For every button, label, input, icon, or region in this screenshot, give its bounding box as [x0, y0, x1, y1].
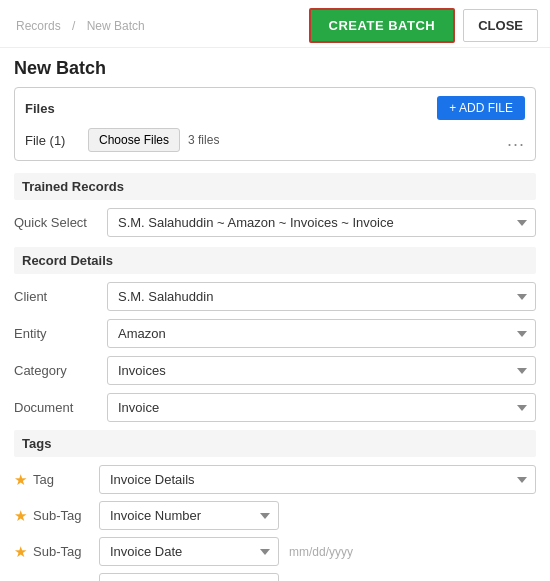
trained-records-section: Trained Records Quick Select S.M. Salahu… — [14, 173, 536, 237]
tag-label: Tag — [33, 472, 93, 487]
quick-select-row: Quick Select S.M. Salahuddin ~ Amazon ~ … — [14, 208, 536, 237]
document-row: Document Invoice — [14, 393, 536, 422]
top-actions: CREATE BATCH CLOSE — [309, 8, 538, 43]
client-label: Client — [14, 289, 99, 304]
date-placeholder: mm/dd/yyyy — [289, 545, 353, 559]
subtag-dropdown-1[interactable]: Invoice Date — [99, 537, 279, 566]
subtag-star-icon-0: ★ — [14, 507, 27, 525]
breadcrumb-part1: Records — [16, 19, 61, 33]
breadcrumb-separator: / — [72, 19, 79, 33]
entity-dropdown[interactable]: Amazon — [107, 319, 536, 348]
file-count: 3 files — [188, 133, 219, 147]
category-dropdown[interactable]: Invoices — [107, 356, 536, 385]
files-section-label: Files — [25, 101, 55, 116]
entity-row: Entity Amazon — [14, 319, 536, 348]
entity-label: Entity — [14, 326, 99, 341]
quick-select-dropdown[interactable]: S.M. Salahuddin ~ Amazon ~ Invoices ~ In… — [107, 208, 536, 237]
document-dropdown[interactable]: Invoice — [107, 393, 536, 422]
category-label: Category — [14, 363, 99, 378]
main-content: Files + ADD FILE File (1) Choose Files 3… — [0, 87, 550, 581]
dots-menu[interactable]: ... — [507, 130, 525, 151]
subtag-label-0: Sub-Tag — [33, 508, 93, 523]
trained-records-label: Trained Records — [14, 173, 536, 200]
tag-star-icon: ★ — [14, 471, 27, 489]
subtag-star-icon-1: ★ — [14, 543, 27, 561]
files-header: Files + ADD FILE — [25, 96, 525, 120]
record-details-label: Record Details — [14, 247, 536, 274]
file-row-label: File (1) — [25, 133, 80, 148]
client-row: Client S.M. Salahuddin — [14, 282, 536, 311]
file-left: File (1) Choose Files 3 files — [25, 128, 219, 152]
record-details-section: Record Details Client S.M. Salahuddin En… — [14, 247, 536, 422]
file-row: File (1) Choose Files 3 files ... — [25, 128, 525, 152]
top-bar: Records / New Batch CREATE BATCH CLOSE — [0, 0, 550, 48]
client-dropdown[interactable]: S.M. Salahuddin — [107, 282, 536, 311]
subtag-row-0: ★ Sub-Tag Invoice Number — [14, 501, 536, 530]
breadcrumb: Records / New Batch — [12, 19, 149, 33]
quick-select-label: Quick Select — [14, 215, 99, 230]
tag-row: ★ Tag Invoice Details — [14, 465, 536, 494]
choose-files-button[interactable]: Choose Files — [88, 128, 180, 152]
close-button[interactable]: CLOSE — [463, 9, 538, 42]
subtag-row-1: ★ Sub-Tag Invoice Date mm/dd/yyyy — [14, 537, 536, 566]
files-box: Files + ADD FILE File (1) Choose Files 3… — [14, 87, 536, 161]
add-file-button[interactable]: + ADD FILE — [437, 96, 525, 120]
subtag-dropdown-2[interactable]: Place of Delivery — [99, 573, 279, 581]
subtag-dropdown-0[interactable]: Invoice Number — [99, 501, 279, 530]
subtag-label-1: Sub-Tag — [33, 544, 93, 559]
subtag-row-2: ★ Sub-Tag Place of Delivery — [14, 573, 536, 581]
create-batch-button[interactable]: CREATE BATCH — [309, 8, 456, 43]
page-title: New Batch — [0, 48, 550, 87]
tag-dropdown[interactable]: Invoice Details — [99, 465, 536, 494]
category-row: Category Invoices — [14, 356, 536, 385]
breadcrumb-part2: New Batch — [87, 19, 145, 33]
document-label: Document — [14, 400, 99, 415]
tags-section-label: Tags — [14, 430, 536, 457]
tags-section: Tags ★ Tag Invoice Details ★ Sub-Tag Inv… — [14, 430, 536, 581]
